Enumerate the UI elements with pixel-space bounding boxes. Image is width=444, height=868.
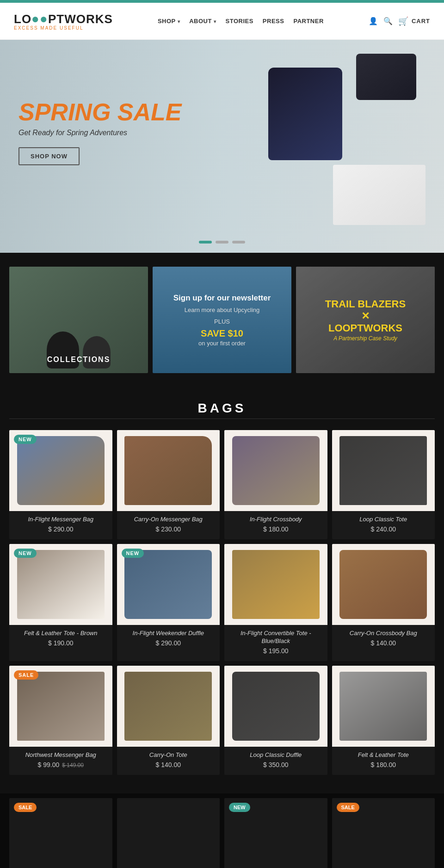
product-price: $ 190.00	[14, 639, 108, 647]
product-badge: NEW	[122, 549, 144, 558]
product-info: Felt & Leather Tote - Brown$ 190.00	[9, 625, 112, 653]
product-card[interactable]: Loop Classic Tote$ 240.00	[332, 430, 435, 539]
partner-cross: ✕	[361, 310, 370, 322]
product-info: Loop Classic Duffle$ 350.00	[224, 747, 327, 775]
bags-section: BAGS NEWIn-Flight Messenger Bag$ 290.00C…	[0, 387, 444, 793]
mid-section: COLLECTIONS Sign up for our newsletter L…	[0, 253, 444, 387]
product-info: Northwest Messenger Bag$ 99.00$ 149.00	[9, 747, 112, 775]
nav-about[interactable]: ABOUT ▾	[189, 18, 216, 25]
product-name: Carry-On Tote	[122, 751, 216, 759]
product-image	[17, 550, 105, 619]
bottom-card-3[interactable]: NEW	[224, 798, 327, 868]
product-info: Loop Classic Tote$ 240.00	[332, 511, 435, 539]
product-badge: SALE	[14, 670, 38, 680]
partner-overlay: TRAIL BLAZERS ✕ LOOPTWORKS A Partnership…	[296, 267, 435, 373]
product-image-wrap: NEW	[117, 544, 220, 625]
product-info: In-Flight Messenger Bag$ 290.00	[9, 511, 112, 539]
product-price: $ 290.00	[14, 525, 108, 533]
product-card[interactable]: Carry-On Tote$ 140.00	[117, 666, 220, 775]
product-info: Felt & Leather Tote$ 180.00	[332, 747, 435, 775]
slider-dot-3[interactable]	[232, 241, 245, 244]
product-price: $ 180.00	[229, 525, 323, 533]
product-image	[339, 436, 427, 505]
partner-title2: LOOPTWORKS	[328, 322, 402, 334]
collections-label: COLLECTIONS	[9, 356, 148, 364]
newsletter-overlay: Sign up for our newsletter Learn more ab…	[153, 267, 291, 373]
product-price: $ 140.00	[122, 761, 216, 768]
slider-dot-1[interactable]	[199, 241, 212, 244]
bottom-card-2[interactable]	[117, 798, 220, 868]
hero-slider-dots	[199, 241, 245, 244]
logo-tagline: EXCESS MADE USEFUL	[14, 25, 113, 31]
product-original-price: $ 149.00	[62, 762, 84, 768]
bottom-row: SALE NEW SALE	[0, 793, 444, 868]
product-info: Carry-On Messenger Bag$ 230.00	[117, 511, 220, 539]
product-name: In-Flight Crossbody	[229, 516, 323, 524]
bottom-card-4[interactable]: SALE	[332, 798, 435, 868]
product-image	[124, 550, 212, 619]
product-image-wrap	[332, 544, 435, 625]
product-card[interactable]: NEWFelt & Leather Tote - Brown$ 190.00	[9, 544, 112, 661]
product-card[interactable]: SALENorthwest Messenger Bag$ 99.00$ 149.…	[9, 666, 112, 775]
product-name: Loop Classic Duffle	[229, 751, 323, 759]
bottom-card-1[interactable]: SALE	[9, 798, 112, 868]
cart-label: CART	[412, 18, 430, 25]
nav-shop[interactable]: SHOP ▾	[158, 18, 180, 25]
hero-sale-title: SPRING SALE	[18, 100, 182, 124]
nav-partner[interactable]: PARTNER	[293, 18, 323, 25]
product-image	[17, 672, 105, 741]
product-name: Northwest Messenger Bag	[14, 751, 108, 759]
product-price: $ 230.00	[122, 525, 216, 533]
hero-product-laptop	[333, 165, 426, 225]
hero-content: SPRING SALE Get Ready for Spring Adventu…	[18, 100, 182, 165]
hero-product-backpack	[268, 68, 342, 160]
newsletter-card[interactable]: Sign up for our newsletter Learn more ab…	[153, 267, 291, 373]
product-card[interactable]: In-Flight Convertible Tote - Blue/Black$…	[224, 544, 327, 661]
product-price: $ 195.00	[229, 647, 323, 655]
product-card[interactable]: NEWIn-Flight Weekender Duffle$ 290.00	[117, 544, 220, 661]
logo-text: LO●●PTWORKS	[14, 12, 113, 26]
product-name: Carry-On Crossbody Bag	[337, 630, 431, 637]
logo[interactable]: LO●●PTWORKS EXCESS MADE USEFUL	[14, 12, 113, 31]
product-card[interactable]: In-Flight Crossbody$ 180.00	[224, 430, 327, 539]
product-image-wrap: NEW	[9, 430, 112, 511]
hero-product-bag2	[356, 54, 416, 100]
partner-card[interactable]: TRAIL BLAZERS ✕ LOOPTWORKS A Partnership…	[296, 267, 435, 373]
main-nav: SHOP ▾ ABOUT ▾ STORIES PRESS PARTNER	[158, 18, 324, 25]
product-price: $ 240.00	[337, 525, 431, 533]
partner-subtitle: A Partnership Case Study	[333, 335, 397, 342]
newsletter-title: Sign up for our newsletter	[173, 293, 271, 303]
product-image	[232, 550, 320, 619]
collections-card[interactable]: COLLECTIONS	[9, 267, 148, 373]
product-image	[124, 672, 212, 741]
product-info: Carry-On Crossbody Bag$ 140.00	[332, 625, 435, 653]
header: LO●●PTWORKS EXCESS MADE USEFUL SHOP ▾ AB…	[0, 3, 444, 40]
newsletter-plus: PLUS	[214, 317, 230, 326]
product-price: $ 140.00	[337, 639, 431, 647]
product-card[interactable]: Loop Classic Duffle$ 350.00	[224, 666, 327, 775]
account-icon[interactable]: 👤	[369, 17, 378, 25]
search-icon[interactable]: 🔍	[383, 17, 393, 25]
cart-button[interactable]: 🛒 CART	[398, 16, 430, 26]
slider-dot-2[interactable]	[216, 241, 228, 244]
partner-title1: TRAIL BLAZERS	[325, 298, 406, 310]
product-card[interactable]: Felt & Leather Tote$ 180.00	[332, 666, 435, 775]
product-name: Carry-On Messenger Bag	[122, 516, 216, 524]
product-image	[339, 672, 427, 741]
product-price: $ 99.00$ 149.00	[14, 761, 108, 768]
nav-press[interactable]: PRESS	[263, 18, 284, 25]
product-card[interactable]: Carry-On Crossbody Bag$ 140.00	[332, 544, 435, 661]
product-price: $ 290.00	[122, 639, 216, 647]
product-name: Loop Classic Tote	[337, 516, 431, 524]
product-card[interactable]: NEWIn-Flight Messenger Bag$ 290.00	[9, 430, 112, 539]
product-name: Felt & Leather Tote	[337, 751, 431, 759]
cart-icon: 🛒	[398, 16, 409, 26]
product-name: In-Flight Weekender Duffle	[122, 630, 216, 637]
hero-shop-now-button[interactable]: SHOP NOW	[18, 147, 80, 165]
product-info: In-Flight Crossbody$ 180.00	[224, 511, 327, 539]
nav-stories[interactable]: STORIES	[226, 18, 253, 25]
product-image	[17, 436, 105, 505]
product-card[interactable]: Carry-On Messenger Bag$ 230.00	[117, 430, 220, 539]
bags-section-title: BAGS	[9, 401, 435, 416]
nav-icons: 👤 🔍 🛒 CART	[369, 16, 430, 26]
